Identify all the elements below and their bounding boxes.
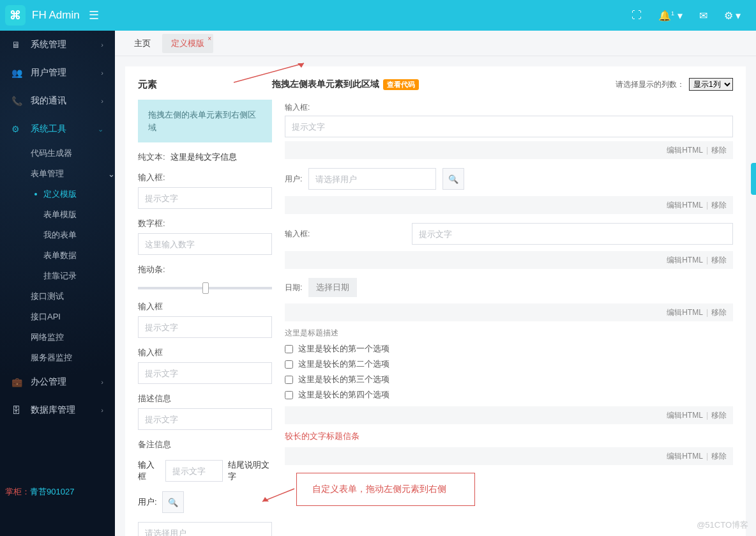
palette-input3-field[interactable] xyxy=(138,362,272,384)
sidebar-item-office[interactable]: 💼办公管理› xyxy=(0,368,115,396)
slider-thumb[interactable] xyxy=(202,282,209,294)
palette-user-field[interactable] xyxy=(138,522,272,536)
remove-link[interactable]: 移除 xyxy=(711,255,727,266)
header-actions: ⛶ 🔔1 ▾ ✉ ⚙ ▾ xyxy=(631,10,751,22)
checkbox[interactable] xyxy=(285,345,293,353)
chevron-right-icon: › xyxy=(101,97,103,105)
menu-toggle-icon[interactable]: ☰ xyxy=(89,8,99,22)
sidebar-item-system-manage[interactable]: 🖥系统管理› xyxy=(0,31,115,59)
palette-input[interactable]: 输入框: xyxy=(138,172,272,209)
edit-html-link[interactable]: 编辑HTML xyxy=(667,255,703,266)
remove-link[interactable]: 移除 xyxy=(711,307,727,318)
gear-icon: ⚙ xyxy=(11,124,23,134)
tab-define-template[interactable]: 定义模版× xyxy=(162,34,213,53)
checkbox[interactable] xyxy=(285,376,293,384)
gear-icon[interactable]: ⚙ ▾ xyxy=(724,10,741,22)
mail-icon[interactable]: ✉ xyxy=(699,10,707,22)
chevron-down-icon: ⌄ xyxy=(108,169,115,179)
checkbox-option[interactable]: 这里是较长的第一个选项 xyxy=(285,341,733,356)
checkbox[interactable] xyxy=(285,391,293,399)
sidebar-sub-codegen[interactable]: 代码生成器 xyxy=(0,143,115,164)
edit-html-link[interactable]: 编辑HTML xyxy=(667,451,703,462)
form-builder-panel: 元素 拖拽左侧表单元素到此区域查看代码 请选择显示的列数： 显示1列 拖拽左侧的… xyxy=(125,66,746,536)
fullscreen-icon[interactable]: ⛶ xyxy=(631,10,642,21)
date-picker[interactable]: 选择日期 xyxy=(308,278,357,297)
main-area: 主页 定义模版× 元素 拖拽左侧表单元素到此区域查看代码 请选择显示的列数： 显… xyxy=(115,31,756,536)
elements-palette: 拖拽左侧的表单元素到右侧区域 纯文本: 这里是纯文字信息 输入框: 数字框: 拖… xyxy=(138,100,272,536)
brand-name: FH Admin xyxy=(32,9,80,22)
palette-inline-input[interactable]: 输入框 结尾说明文字 xyxy=(138,459,272,482)
drop-item-user: 用户: 🔍 编辑HTML|移除 xyxy=(285,165,733,214)
palette-input-field[interactable] xyxy=(138,187,272,209)
palette-number[interactable]: 数字框: xyxy=(138,218,272,255)
chevron-right-icon: › xyxy=(101,378,103,386)
edit-html-link[interactable]: 编辑HTML xyxy=(667,145,703,156)
phone-icon: 📞 xyxy=(11,96,23,106)
palette-user-select[interactable] xyxy=(138,522,272,536)
svg-marker-1 xyxy=(298,63,304,68)
drop-zone[interactable]: 输入框: 编辑HTML|移除 用户: 🔍 编辑HTML|移除 输入框: 编 xyxy=(285,100,733,506)
sidebar-item-user-manage[interactable]: 👥用户管理› xyxy=(0,59,115,87)
drop-item-input: 输入框: 编辑HTML|移除 xyxy=(285,100,733,159)
sidebar-sub-my-forms[interactable]: 我的表单 xyxy=(0,225,115,245)
palette-number-field[interactable] xyxy=(138,233,272,255)
sidebar-item-database[interactable]: 🗄数据库管理› xyxy=(0,396,115,424)
edit-html-link[interactable]: 编辑HTML xyxy=(667,200,703,211)
checkbox-option[interactable]: 这里是较长的第四个选项 xyxy=(285,387,733,402)
palette-plaintext[interactable]: 纯文本: 这里是纯文字信息 xyxy=(138,151,272,163)
monitor-icon: 🖥 xyxy=(11,40,23,50)
tab-home[interactable]: 主页 xyxy=(125,34,160,53)
sidebar-sub-api-test[interactable]: 接口测试 xyxy=(0,286,115,307)
palette-inline-field[interactable] xyxy=(165,460,223,482)
sidebar-sub-attach-log[interactable]: 挂靠记录 xyxy=(0,266,115,286)
palette-user[interactable]: 用户: 🔍 xyxy=(138,491,272,513)
remove-link[interactable]: 移除 xyxy=(711,145,727,156)
sidebar-sub-form-data[interactable]: 表单数据 xyxy=(0,245,115,266)
palette-input3[interactable]: 输入框 xyxy=(138,347,272,384)
sidebar-sub-form-template[interactable]: 表单模版 xyxy=(0,204,115,225)
view-code-button[interactable]: 查看代码 xyxy=(383,79,419,90)
palette-slider[interactable]: 拖动条: xyxy=(138,264,272,289)
sidebar-sub-server[interactable]: 服务器监控 xyxy=(0,348,115,368)
edit-html-link[interactable]: 编辑HTML xyxy=(667,410,703,421)
side-float-tab[interactable] xyxy=(751,163,756,195)
palette-desc[interactable]: 描述信息 xyxy=(138,393,272,430)
palette-input2[interactable]: 输入框 xyxy=(138,301,272,338)
watermark: @51CTO博客 xyxy=(697,519,748,531)
remove-link[interactable]: 移除 xyxy=(711,451,727,462)
chevron-right-icon: › xyxy=(101,406,103,414)
remove-link[interactable]: 移除 xyxy=(711,200,727,211)
tab-bar: 主页 定义模版× xyxy=(115,31,756,56)
sidebar-footer: 掌柜：青苔901027 xyxy=(0,486,79,498)
app-header: ⌘ FH Admin ☰ ⛶ 🔔1 ▾ ✉ ⚙ ▾ xyxy=(0,0,756,31)
search-icon[interactable]: 🔍 xyxy=(442,168,464,190)
drop-user-field[interactable] xyxy=(308,168,436,190)
column-select-dropdown[interactable]: 显示1列 xyxy=(689,78,733,91)
drop-input2-field[interactable] xyxy=(412,223,733,245)
sidebar-sub-define-template[interactable]: 定义模版 xyxy=(0,184,115,204)
column-select: 请选择显示的列数： 显示1列 xyxy=(616,78,733,91)
sidebar-sub-network[interactable]: 网络监控 xyxy=(0,327,115,348)
search-icon[interactable]: 🔍 xyxy=(162,491,184,513)
checkbox-option[interactable]: 这里是较长的第三个选项 xyxy=(285,372,733,387)
edit-html-link[interactable]: 编辑HTML xyxy=(667,307,703,318)
drop-item-input2: 输入框: 编辑HTML|移除 xyxy=(285,220,733,269)
annotation-arrow-icon xyxy=(259,486,298,505)
chevron-right-icon: › xyxy=(101,41,103,49)
sidebar-sub-form-manage[interactable]: 表单管理⌄ xyxy=(0,164,115,184)
remove-link[interactable]: 移除 xyxy=(711,410,727,421)
sidebar-item-contacts[interactable]: 📞我的通讯› xyxy=(0,87,115,115)
palette-desc-field[interactable] xyxy=(138,408,272,430)
bell-icon[interactable]: 🔔1 ▾ xyxy=(658,10,682,22)
palette-remark[interactable]: 备注信息 xyxy=(138,439,272,450)
checkbox-option[interactable]: 这里是较长的第二个选项 xyxy=(285,356,733,372)
sidebar-item-system-tools[interactable]: ⚙系统工具⌄ xyxy=(0,115,115,143)
checkbox[interactable] xyxy=(285,360,293,369)
palette-input2-field[interactable] xyxy=(138,316,272,338)
drop-input-field[interactable] xyxy=(285,116,733,137)
panel-header: 元素 拖拽左侧表单元素到此区域查看代码 请选择显示的列数： 显示1列 xyxy=(138,78,733,91)
slider-track[interactable] xyxy=(138,287,272,289)
svg-line-0 xyxy=(234,63,304,82)
close-icon[interactable]: × xyxy=(208,35,211,42)
sidebar-sub-api[interactable]: 接口API xyxy=(0,307,115,327)
